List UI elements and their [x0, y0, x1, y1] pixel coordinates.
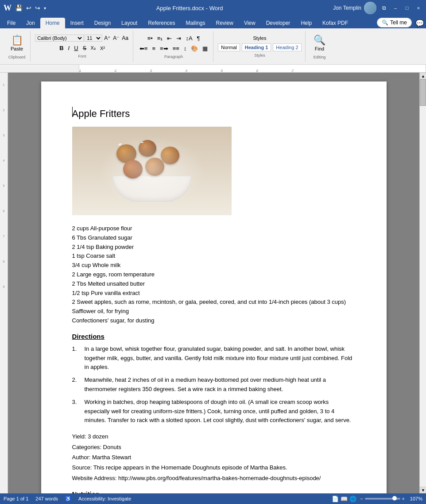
ingredient-11: Confectioners' sugar, for dusting [72, 316, 356, 326]
tab-view[interactable]: View [239, 18, 261, 28]
tab-insert[interactable]: Insert [65, 18, 89, 28]
vertical-ruler: 1 2 3 4 5 6 7 8 9 [0, 73, 8, 493]
read-mode-button[interactable]: 📖 [341, 496, 348, 502]
status-left: Page 1 of 1 247 words ♿ Accessibility: I… [4, 496, 131, 502]
tab-design[interactable]: Design [89, 18, 116, 28]
find-icon: 🔍 [314, 35, 325, 45]
direction-1: 1. In a large bowl, whisk together flour… [72, 345, 356, 372]
subscript-button[interactable]: X₂ [89, 44, 97, 52]
font-group: Calibri (Body) 11 A⁺ A⁻ Aa B I U S̶ X₂ X… [31, 31, 133, 62]
ingredient-3: 2 1/4 tsp Baking powder [72, 243, 356, 252]
shading-button[interactable]: 🎨 [189, 44, 200, 53]
bullets-button[interactable]: ≡• [146, 34, 155, 43]
numbering-button[interactable]: ≡₁ [155, 34, 165, 43]
line-spacing-button[interactable]: ↕ [182, 44, 189, 53]
align-left-button[interactable]: ⬅≡ [138, 44, 150, 53]
tab-review[interactable]: Review [211, 18, 239, 28]
italic-button[interactable]: I [66, 44, 72, 52]
zoom-in-icon[interactable]: + [402, 496, 405, 501]
print-layout-button[interactable]: 📄 [332, 496, 339, 502]
zoom-level[interactable]: 107% [408, 496, 422, 501]
sort-button[interactable]: ↕A [184, 34, 194, 43]
tab-jon[interactable]: Jon [21, 18, 40, 28]
author-line: Author: Martha Stewart [72, 452, 356, 462]
font-size-select[interactable]: 11 [85, 35, 102, 42]
recipe-image [72, 127, 232, 215]
ingredient-10: Safflower oil, for frying [72, 307, 356, 316]
tab-help[interactable]: Help [295, 18, 317, 28]
vertical-scrollbar[interactable]: ▲ ▼ [419, 73, 426, 493]
undo-icon[interactable]: ↩ [26, 4, 31, 12]
styles-group: Styles Normal Heading 1 Heading 2 Styles [214, 31, 305, 62]
editing-label: Editing [314, 55, 326, 59]
scroll-thumb[interactable] [420, 79, 426, 106]
tab-layout[interactable]: Layout [116, 18, 143, 28]
tab-home[interactable]: Home [40, 18, 65, 28]
zoom-slider[interactable]: − + [360, 496, 405, 501]
tab-mailings[interactable]: Mailings [181, 18, 211, 28]
redo-icon[interactable]: ↪ [35, 4, 40, 12]
user-area: Jon Templin [333, 2, 376, 14]
scroll-track[interactable] [420, 79, 426, 487]
tab-references[interactable]: References [143, 18, 180, 28]
align-right-button[interactable]: ≡➡ [158, 44, 170, 53]
close-button[interactable]: × [414, 4, 422, 12]
paragraph-group: ≡• ≡₁ ⇤ ⇥ ↕A ¶ ⬅≡ ≡ ≡➡ ≡≡ ↕ 🎨 ▦ Paragrap… [134, 31, 213, 62]
document-title: Apple Fritters.docx - Word [46, 5, 333, 12]
zoom-out-icon[interactable]: − [360, 496, 363, 501]
accessibility-text: Accessibility: Investigate [78, 496, 131, 501]
ingredient-6: 2 Large eggs, room temperature [72, 270, 356, 279]
shrink-font-button[interactable]: A⁻ [112, 34, 120, 42]
justify-button[interactable]: ≡≡ [171, 44, 181, 53]
styles-label: Styles [254, 53, 265, 58]
bold-button[interactable]: B [58, 44, 65, 52]
tab-developer[interactable]: Developer [261, 18, 296, 28]
comment-icon[interactable]: 💬 [415, 19, 424, 27]
heading1-style[interactable]: Heading 1 [242, 43, 271, 51]
tell-me-input[interactable]: 🔍 Tell me [377, 18, 412, 27]
avatar [364, 2, 376, 14]
web-layout-button[interactable]: 🌐 [349, 496, 356, 502]
tab-file[interactable]: File [2, 18, 21, 28]
borders-button[interactable]: ▦ [201, 44, 209, 53]
ingredient-7: 2 Tbs Melted unsalted butter [72, 279, 356, 289]
align-center-button[interactable]: ≡ [150, 44, 157, 53]
text-cursor [72, 107, 73, 116]
view-buttons: 📄 📖 🌐 [332, 496, 356, 502]
font-label: Font [78, 54, 86, 58]
doc-area: 1 2 3 4 5 6 7 8 9 Apple Fritters [0, 73, 426, 493]
paste-button[interactable]: 📋 Paste [7, 34, 27, 53]
zoom-thumb [392, 496, 397, 500]
directions-heading: Directions [72, 333, 356, 340]
tab-kofax[interactable]: Kofax PDF [317, 18, 353, 28]
heading2-style[interactable]: Heading 2 [273, 43, 301, 51]
title-bar: W 💾 ↩ ↪ ▾ Apple Fritters.docx - Word Jon… [0, 0, 426, 16]
zoom-track[interactable] [365, 498, 400, 500]
status-right: 📄 📖 🌐 − + 107% [332, 496, 422, 502]
document-page[interactable]: Apple Fritters [41, 81, 387, 493]
nutrition-heading: Nutrition [72, 490, 356, 493]
indent-more-button[interactable]: ⇥ [174, 34, 183, 43]
find-button[interactable]: 🔍 Find [310, 34, 329, 53]
scroll-up-button[interactable]: ▲ [420, 73, 426, 79]
search-icon: 🔍 [382, 19, 388, 26]
ingredient-5: 3/4 cup Whole milk [72, 261, 356, 270]
font-family-select[interactable]: Calibri (Body) [35, 35, 84, 42]
ingredients-list: 2 cups All-purpose flour 6 Tbs Granulate… [72, 224, 356, 326]
clear-format-button[interactable]: Aa [121, 34, 129, 42]
show-marks-button[interactable]: ¶ [195, 34, 202, 43]
superscript-button[interactable]: X² [98, 45, 107, 52]
normal-style[interactable]: Normal [218, 43, 240, 51]
direction-3: 3. Working in batches, drop heaping tabl… [72, 398, 356, 425]
minimize-button[interactable]: – [391, 4, 399, 12]
underline-button[interactable]: U [72, 44, 80, 52]
indent-less-button[interactable]: ⇤ [165, 34, 174, 43]
maximize-button[interactable]: □ [403, 4, 411, 12]
document-scroll-area[interactable]: Apple Fritters [8, 73, 419, 493]
strikethrough-button[interactable]: S̶ [81, 44, 88, 52]
save-icon[interactable]: 💾 [15, 4, 23, 12]
scroll-down-button[interactable]: ▼ [420, 487, 426, 493]
restore-button[interactable]: ⧉ [380, 4, 388, 12]
ingredient-4: 1 tsp Coarse salt [72, 252, 356, 261]
grow-font-button[interactable]: A⁺ [103, 34, 111, 42]
